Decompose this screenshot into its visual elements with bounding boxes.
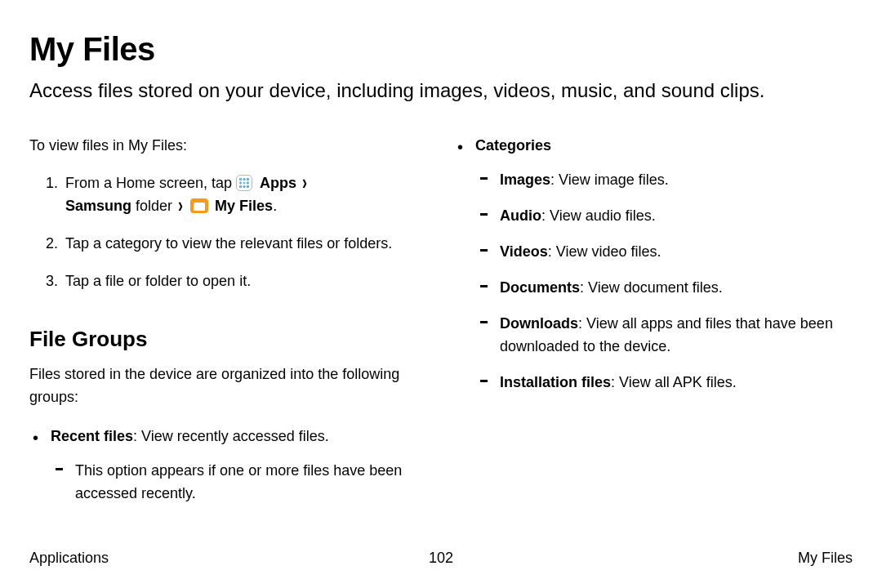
recent-files-sub: This option appears if one or more files… (75, 460, 428, 506)
category-images: Images: View image files. (500, 169, 853, 192)
category-label: Images (500, 172, 550, 188)
categories-group: Categories Images: View image files. Aud… (454, 135, 853, 394)
category-label: Videos (500, 243, 548, 260)
page-title: My Files (29, 31, 853, 68)
chevron-icon: › (302, 168, 307, 200)
apps-icon (236, 175, 252, 191)
step1-apps: Apps (260, 175, 296, 191)
step-1: From a Home screen, tap Apps › Samsung f… (62, 172, 428, 218)
step1-folder-word: folder (131, 198, 176, 214)
step1-myfiles: My Files (215, 198, 273, 214)
step1-period: . (273, 198, 277, 214)
category-text: : View video files. (548, 243, 662, 260)
page-subtitle: Access files stored on your device, incl… (29, 78, 830, 104)
step1-samsung: Samsung (65, 198, 131, 214)
categories-item: Categories Images: View image files. Aud… (475, 135, 853, 394)
file-groups-desc: Files stored in the device are organized… (29, 363, 428, 409)
svg-rect-1 (194, 203, 205, 211)
recent-files-item: Recent files: View recently accessed fil… (51, 425, 428, 506)
steps-list: From a Home screen, tap Apps › Samsung f… (29, 172, 428, 293)
category-label: Documents (500, 279, 580, 296)
page-footer: Applications 102 My Files (29, 550, 853, 567)
file-groups-list: Recent files: View recently accessed fil… (29, 425, 428, 506)
step-2: Tap a category to view the relevant file… (62, 233, 428, 256)
categories-list: Images: View image files. Audio: View au… (475, 169, 853, 394)
category-text: : View all APK files. (611, 374, 737, 390)
section-heading-file-groups: File Groups (29, 323, 428, 355)
recent-files-text: : View recently accessed files. (133, 428, 329, 444)
footer-right: My Files (798, 550, 853, 567)
category-text: : View audio files. (541, 207, 656, 224)
recent-files-label: Recent files (51, 428, 133, 444)
chevron-icon: › (178, 191, 183, 223)
folder-icon (190, 198, 208, 213)
category-text: : View image files. (550, 172, 669, 188)
left-column: To view files in My Files: From a Home s… (29, 135, 428, 518)
category-label: Audio (500, 207, 541, 224)
footer-page-number: 102 (429, 550, 453, 567)
category-text: : View document files. (580, 279, 723, 296)
category-label: Installation files (500, 374, 611, 390)
category-videos: Videos: View video files. (500, 241, 853, 264)
step1-prefix: From a Home screen, tap (65, 175, 236, 191)
category-installation-files: Installation files: View all APK files. (500, 372, 853, 394)
step-3: Tap a file or folder to open it. (62, 270, 428, 293)
right-column: Categories Images: View image files. Aud… (454, 135, 853, 518)
footer-left: Applications (29, 550, 109, 567)
category-documents: Documents: View document files. (500, 277, 853, 300)
categories-label: Categories (475, 137, 551, 154)
intro-text: To view files in My Files: (29, 135, 428, 158)
category-audio: Audio: View audio files. (500, 205, 853, 228)
category-downloads: Downloads: View all apps and files that … (500, 313, 853, 359)
category-label: Downloads (500, 315, 578, 332)
